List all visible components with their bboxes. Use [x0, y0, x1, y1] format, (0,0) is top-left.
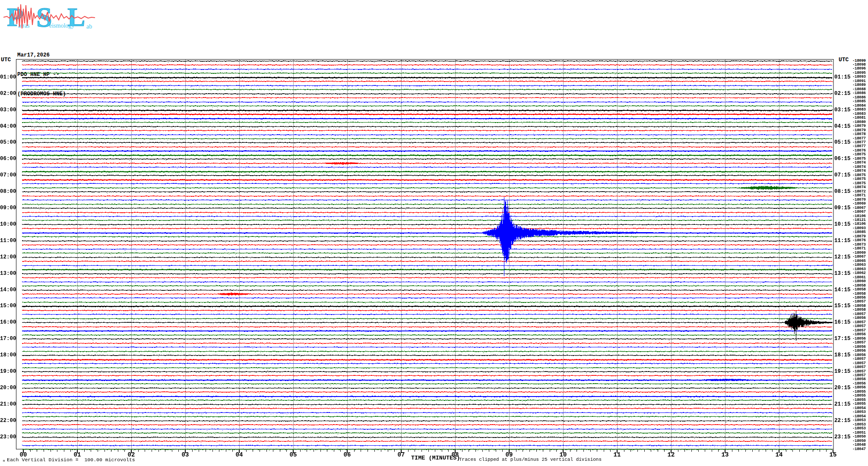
right-trace-value: -18086: [852, 91, 866, 95]
x-tick-label: 12: [665, 451, 677, 458]
left-hour-label: 20:00: [0, 385, 15, 391]
left-hour-label: 02:00: [0, 91, 15, 97]
right-hour-label: 14:15: [834, 287, 851, 293]
left-hour-label: 19:00: [0, 368, 15, 375]
right-trace-value: -18055: [852, 394, 866, 398]
right-trace-value: -18055: [852, 402, 866, 406]
right-hour-label: 16:15: [834, 319, 851, 325]
right-trace-value: -18057: [852, 357, 866, 361]
right-trace-value: -18083: [852, 108, 866, 112]
left-hour-label: 22:00: [0, 418, 15, 424]
right-trace-value: -18075: [852, 177, 866, 181]
right-trace-value: -18053: [852, 419, 866, 422]
x-tick-label: 11: [611, 451, 623, 458]
logo-word-ab: ab: [86, 23, 92, 30]
right-hour-label: 11:15: [834, 238, 851, 244]
left-hour-label: 06:00: [0, 156, 15, 162]
right-trace-value: -18048: [852, 443, 866, 447]
left-hour-label: 23:00: [0, 434, 15, 440]
right-hour-label: 08:15: [834, 189, 851, 195]
x-tick-label: 04: [233, 451, 245, 458]
right-trace-value: -18078: [852, 132, 866, 136]
right-hour-label: 20:15: [834, 385, 851, 391]
utc-label-left: UTC: [1, 57, 11, 63]
right-trace-value: -18089: [852, 83, 866, 87]
right-trace-value: -18056: [852, 316, 866, 320]
left-hour-label: 15:00: [0, 303, 15, 309]
left-hour-label: 14:00: [0, 287, 15, 293]
division-note: Each Vertical Division = 100.00 microvol…: [7, 457, 135, 463]
x-tick-label: 15: [827, 451, 839, 458]
right-trace-value: -18053: [852, 410, 866, 414]
x-axis-title: TIME (MINUTES): [411, 455, 460, 461]
right-hour-label: 21:15: [834, 401, 851, 407]
right-trace-value: -18057: [852, 324, 866, 328]
x-tick-label: 13: [719, 451, 731, 458]
right-hour-label: 13:15: [834, 271, 851, 277]
left-hour-label: 04:00: [0, 123, 15, 129]
right-hour-label: 18:15: [834, 352, 851, 358]
left-hour-label: 07:00: [0, 172, 15, 178]
right-trace-value: -18071: [852, 247, 866, 251]
left-hour-label: 08:00: [0, 189, 15, 195]
helicorder-canvas: [16, 59, 836, 460]
right-hour-label: 01:15: [834, 74, 851, 80]
right-hour-label: 04:15: [834, 123, 851, 129]
right-trace-value: -18060: [852, 280, 866, 283]
right-trace-value: -18057: [852, 365, 866, 369]
left-hour-label: 10:00: [0, 221, 15, 227]
right-trace-value: -18063: [852, 263, 866, 267]
x-tick-label: 07: [395, 451, 407, 458]
left-hour-label: 18:00: [0, 352, 15, 358]
x-tick-label: 03: [179, 451, 191, 458]
left-hour-label: 16:00: [0, 319, 15, 325]
right-hour-label: 09:15: [834, 205, 851, 211]
right-trace-value: -18056: [852, 349, 866, 353]
right-trace-value: -18053: [852, 427, 866, 431]
right-hour-label: 23:15: [834, 434, 851, 440]
header-date: Mar17,2026: [17, 52, 66, 59]
right-trace-value: -18081: [852, 116, 866, 120]
right-hour-label: 06:15: [834, 156, 851, 162]
right-trace-value: -18074: [852, 161, 866, 165]
x-tick-label: 05: [287, 451, 299, 458]
right-trace-value: -18067: [852, 255, 866, 259]
right-trace-value: -18074: [852, 169, 866, 173]
right-hour-label: 10:15: [834, 221, 851, 227]
right-hour-label: 02:15: [834, 91, 851, 97]
utc-label-right: UTC: [839, 57, 849, 63]
right-hour-label: 15:15: [834, 303, 851, 309]
helicorder-page: P S L atras eismology ab Mar17,2026 PDO …: [0, 0, 868, 466]
left-hour-label: 03:00: [0, 107, 15, 113]
left-hour-label: 05:00: [0, 139, 15, 145]
left-hour-label: 17:00: [0, 336, 15, 342]
right-trace-value: -18085: [852, 100, 866, 104]
right-trace-value: -18079: [852, 124, 866, 128]
right-trace-value: -18069: [852, 202, 866, 206]
right-hour-label: 12:15: [834, 254, 851, 260]
left-hour-label: 01:00: [0, 74, 15, 80]
right-hour-label: 07:15: [834, 172, 851, 178]
x-tick-label: 14: [773, 451, 785, 458]
logo-word-eismology: eismology: [49, 22, 74, 29]
left-hour-label: 12:00: [0, 254, 15, 260]
right-trace-value: -18047: [852, 447, 866, 451]
right-trace-value: -18074: [852, 186, 866, 189]
right-hour-label: 05:15: [834, 139, 851, 145]
right-trace-value: -18058: [852, 288, 866, 292]
right-trace-value: -18076: [852, 239, 866, 242]
right-trace-value: -18067: [852, 210, 866, 214]
psl-logo: P S L atras eismology ab: [3, 1, 96, 35]
left-hour-label: 11:00: [0, 238, 15, 244]
clip-note: Traces clipped at plus/minus 25 vertical…: [459, 457, 602, 462]
right-hour-label: 19:15: [834, 368, 851, 375]
x-tick-label: 06: [341, 451, 353, 458]
right-trace-value: -18062: [852, 271, 866, 275]
right-hour-label: 03:15: [834, 107, 851, 113]
right-trace-value: -18050: [852, 435, 866, 439]
right-trace-value: -18057: [852, 341, 866, 345]
left-hour-label: 09:00: [0, 205, 15, 211]
microvolt-mark: m: [3, 459, 5, 463]
right-trace-value: -18071: [852, 194, 866, 198]
right-hour-label: 22:15: [834, 418, 851, 424]
